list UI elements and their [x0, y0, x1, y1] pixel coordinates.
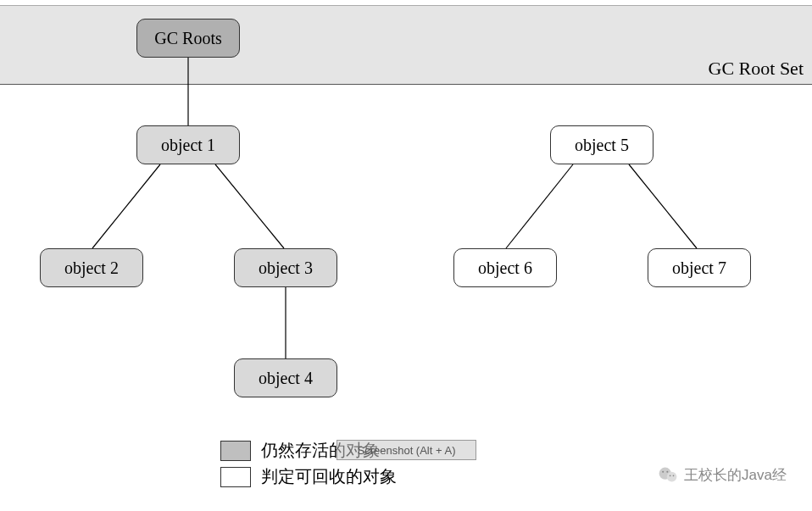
- node-label: object 4: [259, 369, 313, 388]
- node-object-1: object 1: [136, 125, 240, 164]
- node-gc-roots: GC Roots: [136, 19, 240, 58]
- gc-root-set-area: GC Root Set: [0, 5, 812, 85]
- legend-swatch-alive: [220, 441, 251, 461]
- watermark: 王校长的Java经: [657, 464, 787, 486]
- gc-root-set-label: GC Root Set: [709, 58, 804, 80]
- node-label: object 1: [161, 136, 215, 155]
- legend-label-recycle: 判定可回收的对象: [261, 465, 397, 488]
- wechat-icon: [657, 464, 679, 486]
- node-label: GC Roots: [154, 29, 221, 48]
- legend-row-recycle: 判定可回收的对象: [220, 465, 397, 488]
- svg-point-7: [667, 472, 677, 482]
- node-label: object 3: [259, 258, 313, 278]
- svg-line-2: [215, 164, 284, 248]
- node-label: object 5: [575, 136, 629, 155]
- watermark-text: 王校长的Java经: [684, 465, 787, 485]
- svg-line-5: [629, 164, 697, 248]
- legend-label-alive: 仍然存活的对象: [261, 439, 380, 462]
- node-label: object 6: [478, 258, 532, 278]
- node-object-6: object 6: [453, 248, 557, 287]
- node-object-5: object 5: [550, 125, 653, 164]
- node-label: object 2: [64, 258, 119, 278]
- svg-point-8: [662, 471, 664, 473]
- node-object-7: object 7: [648, 248, 751, 287]
- svg-line-1: [92, 164, 160, 248]
- node-object-2: object 2: [40, 248, 143, 287]
- legend: 仍然存活的对象 判定可回收的对象: [220, 439, 397, 492]
- node-object-3: object 3: [234, 248, 337, 287]
- svg-point-11: [673, 475, 675, 476]
- legend-row-alive: 仍然存活的对象: [220, 439, 397, 462]
- svg-point-10: [670, 475, 671, 476]
- node-object-4: object 4: [234, 358, 337, 397]
- svg-line-4: [506, 164, 573, 248]
- svg-point-9: [666, 471, 668, 473]
- legend-swatch-recycle: [220, 467, 251, 487]
- node-label: object 7: [672, 258, 726, 278]
